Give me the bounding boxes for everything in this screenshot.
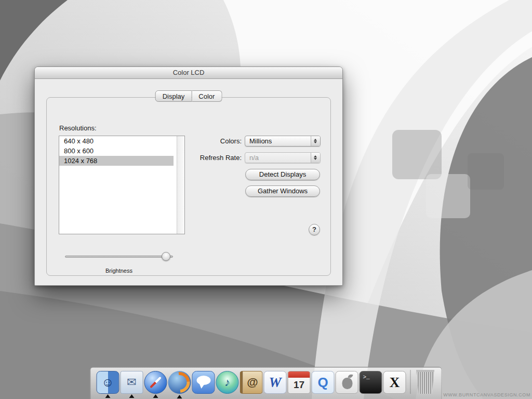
dock-icon-mail[interactable]: ✉	[121, 371, 143, 394]
dock-icon-address-book[interactable]: @	[240, 371, 263, 394]
window-title: Color LCD	[173, 69, 205, 76]
refresh-rate-popup: n/a	[245, 152, 321, 163]
colors-popup-value: Millions	[249, 137, 272, 145]
ichat-bubble-icon	[193, 371, 215, 393]
refresh-rate-label: Refresh Rate:	[164, 152, 242, 163]
displays-preferences-window: Color LCD Display Color Resolutions: 640…	[34, 66, 343, 286]
x11-icon: X	[384, 371, 406, 393]
word-icon: W	[264, 371, 286, 393]
popup-stepper-icon	[311, 136, 320, 146]
finder-icon: ☺	[97, 371, 119, 393]
running-indicator	[105, 394, 111, 398]
brightness-label: Brightness	[90, 268, 148, 274]
resolution-item[interactable]: 800 x 600	[59, 146, 174, 156]
mail-icon: ✉	[121, 371, 143, 393]
colors-label: Colors:	[164, 136, 242, 147]
dock-icon-firefox[interactable]	[168, 371, 191, 394]
colors-popup[interactable]: Millions	[245, 136, 321, 147]
window-content: Display Color Resolutions: 640 x 480 800…	[35, 78, 342, 285]
itunes-note-icon: ♪	[217, 371, 238, 393]
brightness-slider-track[interactable]	[65, 256, 173, 258]
popup-stepper-icon	[311, 153, 320, 163]
resolution-item-selected[interactable]: 532 x 399	[59, 156, 174, 166]
watermark: WWW.BURNTCANVASDESIGN.COM	[443, 392, 530, 397]
resolutions-list[interactable]: 640 x 480 800 x 600 532 x 399	[59, 136, 185, 234]
detect-displays-button[interactable]: Detect Displays	[245, 169, 320, 180]
dock-icon-ical[interactable]: 17	[288, 371, 311, 394]
dock-icon-apple[interactable]	[336, 371, 358, 394]
running-indicator	[129, 394, 135, 398]
brightness-slider-knob[interactable]	[162, 252, 170, 261]
dock: ☺ ✉ ♪ @ W 17 Q	[90, 367, 442, 399]
dock-icon-itunes[interactable]: ♪	[216, 371, 239, 394]
tab-bar: Display Color	[155, 90, 222, 102]
quicktime-icon: Q	[312, 371, 334, 393]
apple-logo-icon	[336, 371, 358, 393]
dock-icon-ichat[interactable]	[192, 371, 215, 394]
refresh-rate-popup-value: n/a	[249, 154, 259, 162]
dock-icon-x11[interactable]: X	[383, 371, 406, 394]
dock-icon-trash[interactable]	[415, 370, 436, 394]
terminal-icon: >_	[360, 371, 382, 393]
tab-display[interactable]: Display	[155, 90, 192, 102]
dock-icon-word[interactable]: W	[264, 371, 287, 394]
resolution-item[interactable]: 640 x 480	[59, 136, 174, 146]
window-titlebar[interactable]: Color LCD	[35, 67, 342, 79]
dock-icon-quicktime[interactable]: Q	[312, 371, 335, 394]
desktop: Color LCD Display Color Resolutions: 640…	[0, 0, 532, 399]
dock-icon-finder[interactable]: ☺	[97, 371, 119, 394]
running-indicator	[153, 394, 158, 398]
trash-icon	[415, 372, 436, 394]
tab-color[interactable]: Color	[192, 90, 222, 102]
ical-calendar-icon: 17	[288, 371, 310, 393]
running-indicator	[177, 395, 182, 398]
brightness-slider[interactable]	[65, 250, 174, 263]
firefox-icon	[168, 371, 191, 394]
safari-compass-icon	[145, 371, 167, 393]
resolutions-label: Resolutions:	[59, 124, 97, 132]
help-button[interactable]: ?	[309, 224, 320, 235]
list-scrollbar[interactable]	[177, 136, 184, 234]
address-book-icon: @	[243, 371, 262, 393]
dock-icon-terminal[interactable]: >_	[360, 371, 382, 394]
gather-windows-button[interactable]: Gather Windows	[245, 185, 320, 197]
dock-separator	[410, 370, 411, 394]
dock-icon-safari[interactable]	[144, 371, 167, 394]
